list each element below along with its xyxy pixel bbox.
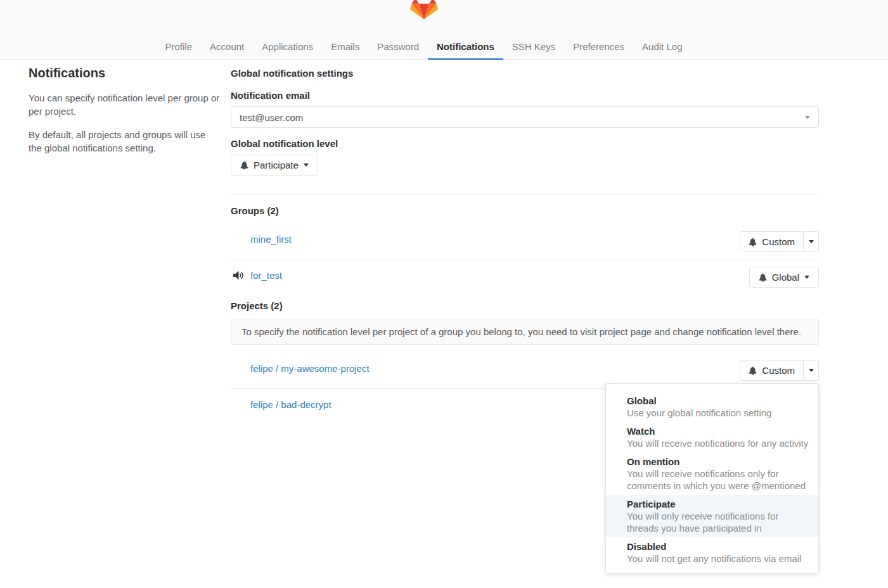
notification-email-label: Notification email [231, 89, 310, 102]
dropdown-item-title: On mention [627, 456, 809, 468]
profile-nav: Profile Account Applications Emails Pass… [157, 34, 692, 60]
dropdown-item-desc: You will receive notifications only for … [627, 468, 809, 492]
dropdown-item-title: Watch [627, 425, 809, 437]
group-mine-first-level-caret-button[interactable] [804, 231, 819, 252]
dropdown-item-title: Disabled [627, 540, 809, 553]
projects-title: Projects (2) [231, 300, 283, 312]
group-link-mine-first[interactable]: mine_first [250, 233, 292, 246]
tab-ssh-keys[interactable]: SSH Keys [503, 34, 564, 60]
dropdown-item-on-mention[interactable]: On mention You will receive notification… [606, 452, 818, 495]
page-title: Notifications [29, 66, 220, 80]
tab-notifications[interactable]: Notifications [428, 34, 503, 60]
notification-email-value: test@user.com [240, 112, 303, 123]
header: Profile Account Applications Emails Pass… [0, 0, 888, 60]
dropdown-item-participate[interactable]: Participate You will only receive notifi… [606, 495, 818, 537]
profile-notifications-page: Profile Account Applications Emails Pass… [0, 0, 888, 588]
sidebar-description-2: By default, all projects and groups will… [29, 128, 220, 155]
bell-icon [749, 238, 757, 246]
notification-level-label: Global notification level [231, 137, 338, 150]
dropdown-item-title: Participate [627, 498, 809, 510]
projects-info-text: To specify the notification level per pr… [241, 326, 801, 337]
project-level-label: Custom [762, 365, 795, 376]
sidebar: Notifications You can specify notificati… [29, 66, 220, 165]
group-level-label: Global [772, 272, 799, 283]
group-link-for-test[interactable]: for_test [250, 269, 282, 282]
group-mine-first-level-button: Custom [740, 231, 819, 252]
bell-icon [749, 366, 757, 375]
header-inner: Profile Account Applications Emails Pass… [29, 0, 819, 60]
project-level-button: Custom [740, 360, 819, 381]
dropdown-item-desc: Use your global notification setting [627, 407, 809, 419]
tab-profile[interactable]: Profile [157, 34, 202, 60]
notification-level-dropdown: Global Use your global notification sett… [605, 383, 819, 573]
bell-icon [759, 273, 767, 282]
dropdown-item-watch[interactable]: Watch You will receive notifications for… [606, 422, 818, 452]
caret-down-icon [809, 240, 814, 243]
global-settings-title: Global notification settings [231, 67, 353, 80]
row-divider [231, 260, 819, 260]
tab-emails[interactable]: Emails [322, 34, 368, 60]
project-level-caret-button[interactable] [804, 360, 819, 381]
notification-email-select[interactable]: test@user.com [231, 106, 819, 128]
group-for-test-level-button[interactable]: Global [749, 267, 819, 288]
dropdown-item-disabled[interactable]: Disabled You will not get any notificati… [606, 537, 818, 568]
tab-audit-log[interactable]: Audit Log [633, 34, 691, 60]
caret-down-icon [304, 163, 309, 167]
tab-password[interactable]: Password [368, 34, 428, 60]
projects-info-box: To specify the notification level per pr… [231, 319, 819, 345]
dropdown-item-global[interactable]: Global Use your global notification sett… [606, 392, 818, 422]
dropdown-item-title: Global [627, 395, 809, 407]
tab-account[interactable]: Account [201, 34, 253, 60]
caret-down-icon [804, 276, 809, 279]
dropdown-item-desc: You will receive notifications for any a… [627, 437, 809, 449]
tab-applications[interactable]: Applications [253, 34, 322, 60]
tab-preferences[interactable]: Preferences [564, 34, 633, 60]
global-notification-level-button[interactable]: Participate [231, 155, 318, 176]
dropdown-item-desc: You will not get any notifications via e… [627, 553, 809, 565]
group-level-label: Custom [762, 236, 795, 247]
level-button-label: Participate [254, 160, 299, 170]
gitlab-logo-icon[interactable] [409, 0, 439, 25]
project-link-my-awesome-project[interactable]: felipe / my-awesome-project [250, 362, 370, 375]
groups-title: Groups (2) [231, 205, 279, 217]
chevron-down-icon [805, 116, 810, 119]
group-mine-first-level-main-button[interactable]: Custom [740, 231, 804, 252]
bell-icon [240, 161, 248, 170]
volume-up-icon [233, 270, 245, 283]
project-level-main-button[interactable]: Custom [740, 360, 804, 381]
project-link-bad-decrypt[interactable]: felipe / bad-decrypt [250, 399, 331, 411]
caret-down-icon [809, 369, 814, 372]
dropdown-item-desc: You will only receive notifications for … [627, 510, 809, 534]
section-divider [231, 195, 819, 195]
sidebar-description-1: You can specify notification level per g… [29, 91, 220, 118]
